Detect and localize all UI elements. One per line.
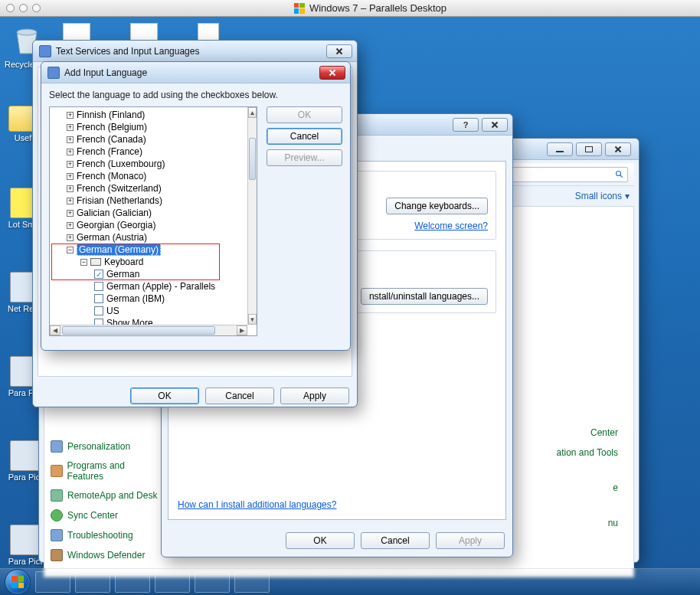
ok-button[interactable]: OK [130,387,199,404]
dialog-icon [39,45,51,57]
tree-row[interactable]: +Georgian (Georgia) [50,219,247,231]
taskbar-item[interactable] [75,571,110,593]
collapse-icon[interactable]: − [80,259,87,266]
expand-icon[interactable]: + [67,222,74,229]
tree-row[interactable]: German (IBM) [50,293,247,305]
dialog-title: Text Services and Input Languages [56,46,199,57]
instruction-text: Select the language to add using the che… [49,90,342,100]
tree-row[interactable]: −German (Germany) [50,244,247,256]
ok-button[interactable]: OK [286,532,355,549]
preview-button[interactable]: Preview... [267,149,342,166]
window-minimize-button[interactable] [547,142,573,156]
window-close-mac[interactable] [6,4,15,12]
cp-item-remoteapp[interactable]: RemoteApp and Desk [49,485,162,505]
tree-row[interactable]: ✓German [50,268,247,280]
windows-icon [294,3,305,14]
checkbox[interactable]: ✓ [94,270,103,279]
tree-row[interactable]: +Galician (Galician) [50,207,247,219]
scroll-left-icon[interactable]: ◀ [50,325,61,335]
tree-row[interactable]: +French (Monaco) [50,170,247,182]
taskbar-item[interactable] [115,571,150,593]
tree-row[interactable]: +French (France) [50,145,247,158]
ok-button[interactable]: OK [267,106,342,123]
window-close-button[interactable] [326,44,352,58]
vertical-scrollbar[interactable]: ▲ ▼ [247,107,257,325]
expand-icon[interactable]: + [67,210,74,217]
install-languages-button[interactable]: nstall/uninstall languages... [361,288,488,305]
tree-row[interactable]: +French (Switzerland) [50,182,247,195]
tree-row[interactable]: +German (Austria) [50,231,247,244]
windows-icon [11,576,24,588]
tree-row[interactable]: +Frisian (Netherlands) [50,195,247,207]
svg-line-2 [620,175,623,177]
scroll-thumb[interactable] [62,326,215,335]
tree-row[interactable]: +Finnish (Finland) [50,109,247,121]
scroll-thumb[interactable] [249,138,256,180]
language-tree[interactable]: +Finnish (Finland)+French (Belgium)+Fren… [49,106,257,336]
dialog-title: Add Input Language [64,67,147,78]
checkbox[interactable] [94,282,103,291]
expand-icon[interactable]: + [67,136,74,143]
apply-button[interactable]: Apply [280,387,349,404]
cp-item[interactable]: ation and Tools [556,447,618,458]
change-keyboards-button[interactable]: Change keyboards... [386,198,488,214]
search-icon [615,170,624,179]
window-zoom-mac[interactable] [32,4,41,12]
cancel-button[interactable]: Cancel [361,532,430,549]
mac-window-title: Windows 7 – Parallels Desktop [309,2,446,14]
expand-icon[interactable]: + [67,173,74,180]
svg-point-0 [17,29,37,35]
svg-point-1 [617,171,621,175]
mac-titlebar: Windows 7 – Parallels Desktop [0,0,700,17]
apply-button[interactable]: Apply [436,532,505,549]
cp-item[interactable]: e [613,482,618,493]
expand-icon[interactable]: + [67,198,74,204]
window-minimize-mac[interactable] [19,4,28,12]
checkbox[interactable] [94,294,103,303]
window-close-button[interactable] [319,66,345,80]
add-input-language-dialog: Add Input Language Select the language t… [41,61,351,351]
dialog-icon [47,67,60,79]
expand-icon[interactable]: + [67,112,74,119]
tree-row[interactable]: +French (Canada) [50,133,247,145]
cancel-button[interactable]: Cancel [205,387,274,404]
help-button[interactable]: ? [453,118,479,132]
cp-item-programs[interactable]: Programs and Features [49,456,162,485]
taskbar-item[interactable] [155,571,190,593]
cp-item[interactable]: Center [590,427,618,438]
collapse-icon[interactable]: − [67,247,74,253]
window-maximize-button[interactable] [576,142,602,156]
expand-icon[interactable]: + [67,124,74,131]
expand-icon[interactable]: + [67,234,74,241]
tree-row[interactable]: US [50,305,247,317]
cancel-button[interactable]: Cancel [267,128,342,145]
expand-icon[interactable]: + [67,149,74,155]
chevron-down-icon: ▾ [625,191,630,201]
expand-icon[interactable]: + [67,185,74,192]
taskbar-item[interactable] [195,571,230,593]
install-additional-languages-link[interactable]: How can I install additional languages? [178,499,336,510]
scroll-up-icon[interactable]: ▲ [248,107,257,118]
expand-icon[interactable]: + [67,161,74,168]
tree-row[interactable]: +French (Belgium) [50,121,247,133]
tree-row[interactable]: German (Apple) - Parallels [50,280,247,293]
start-button[interactable] [5,569,31,595]
horizontal-scrollbar[interactable]: ◀ ▶ [50,325,247,335]
scroll-down-icon[interactable]: ▼ [248,314,257,325]
taskbar-item[interactable] [35,571,70,593]
tree-row[interactable]: −Keyboard [50,256,247,268]
checkbox[interactable] [94,306,103,315]
window-close-button[interactable] [605,142,631,156]
scroll-right-icon[interactable]: ▶ [237,325,247,335]
tree-row[interactable]: +French (Luxembourg) [50,158,247,170]
cp-item[interactable]: nu [608,518,618,528]
cp-item-defender[interactable]: Windows Defender [49,545,162,565]
traffic-lights [6,4,41,12]
cp-item-sync[interactable]: Sync Center [49,505,162,525]
taskbar-item[interactable] [234,571,270,593]
window-close-button[interactable] [482,118,508,132]
cp-item-personalization[interactable]: Personalization [49,436,162,456]
welcome-screen-link[interactable]: Welcome screen? [414,221,488,231]
cp-item-troubleshooting[interactable]: Troubleshooting [49,525,162,545]
search-input[interactable] [505,167,628,182]
